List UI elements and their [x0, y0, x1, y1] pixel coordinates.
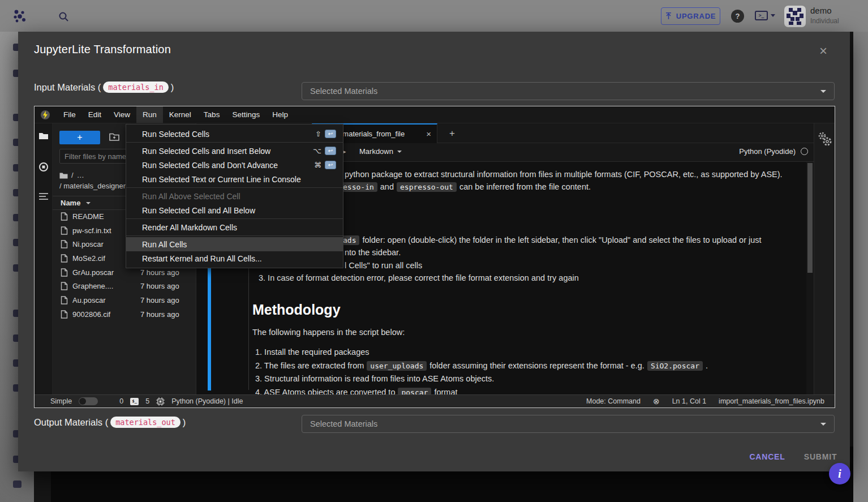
- jupyter-right-tabstrip: [814, 123, 835, 394]
- menu-run[interactable]: Run: [136, 106, 163, 123]
- menu-item-run-selected-cells[interactable]: Run Selected Cells ⇧↩: [126, 127, 343, 141]
- cursor-position[interactable]: Ln 1, Col 1: [672, 397, 706, 405]
- file-row[interactable]: Graphene.... 7 hours ago: [53, 279, 196, 293]
- markdown-paragraph: The following happens in the script belo…: [252, 328, 405, 337]
- breadcrumb[interactable]: / …: [59, 171, 84, 179]
- menu-kernel[interactable]: Kernel: [163, 106, 197, 123]
- shift-key-glyph: ⇧: [315, 130, 321, 138]
- simple-mode-label: Simple: [50, 397, 72, 405]
- output-materials-select[interactable]: Selected Materials: [302, 415, 835, 433]
- file-icon: [61, 226, 68, 235]
- enter-key-icon: ↩: [325, 147, 336, 155]
- run-menu: Run Selected Cells ⇧↩ Run Selected Cells…: [126, 124, 343, 268]
- kernels-count: 5: [145, 397, 149, 405]
- running-sessions-icon[interactable]: [38, 162, 49, 172]
- menu-file[interactable]: File: [57, 106, 82, 123]
- jupyter-left-tabstrip: [35, 123, 53, 394]
- chevron-down-icon: [397, 151, 402, 153]
- menu-item-restart-and-run-all[interactable]: Restart Kernel and Run All Cells...: [126, 251, 343, 265]
- upgrade-label: UPGRADE: [676, 12, 716, 20]
- file-icon: [61, 212, 68, 221]
- output-materials-label: Output Materials (materials_out): [34, 417, 186, 428]
- scrollbar-thumb[interactable]: [807, 163, 813, 273]
- chevron-down-icon: [820, 90, 826, 93]
- close-icon[interactable]: ×: [819, 44, 827, 58]
- new-folder-icon[interactable]: [109, 132, 119, 141]
- close-tab-icon[interactable]: ×: [426, 129, 431, 139]
- markdown-list-item: adsfolder: open (double-click) the folde…: [337, 235, 762, 244]
- menu-item-run-cell-and-below[interactable]: Run Selected Cell and All Below: [126, 203, 343, 217]
- menu-edit[interactable]: Edit: [82, 106, 108, 123]
- dialog-title: JupyterLite Transformation: [34, 43, 171, 56]
- markdown-list-item: 4. ASE Atoms objects are converted topos…: [255, 388, 458, 394]
- menu-view[interactable]: View: [108, 106, 136, 123]
- new-launcher-button[interactable]: +: [59, 131, 100, 144]
- file-icon: [61, 282, 68, 290]
- markdown-list-item: 3. In case of format detection error, pl…: [259, 273, 579, 282]
- app-logo[interactable]: [12, 8, 27, 23]
- command-key-glyph: ⌘: [314, 161, 321, 169]
- file-row[interactable]: 9002806.cif 7 hours ago: [53, 307, 196, 321]
- menu-settings[interactable]: Settings: [226, 106, 266, 123]
- user-name: demo: [810, 6, 832, 15]
- kernel-sessions-icon[interactable]: [156, 397, 165, 406]
- file-icon: [61, 254, 68, 263]
- trust-indicator-icon: ⊗: [653, 397, 660, 406]
- menu-item-run-and-insert-below[interactable]: Run Selected Cells and Insert Below ⌥↩: [126, 144, 343, 158]
- menu-help[interactable]: Help: [266, 106, 294, 123]
- file-icon: [61, 310, 68, 319]
- menu-divider: [126, 235, 343, 236]
- cancel-button[interactable]: CANCEL: [747, 448, 788, 465]
- app-right-panel-edge: [853, 32, 868, 502]
- menu-item-run-text-in-console[interactable]: Run Selected Text or Current Line in Con…: [126, 172, 343, 186]
- jupyter-statusbar: Simple 0 $_ 5 Python (Pyodide) | Idle Mo…: [35, 394, 835, 407]
- console-menu-button[interactable]: >_: [755, 11, 775, 20]
- property-inspector-gears-icon[interactable]: [818, 131, 832, 147]
- terminal-sessions-icon[interactable]: $_: [130, 398, 139, 405]
- input-materials-select[interactable]: Selected Materials: [302, 82, 835, 100]
- help-icon[interactable]: ?: [731, 10, 744, 23]
- output-materials-select-value: Selected Materials: [310, 419, 377, 428]
- enter-key-icon: ↩: [325, 130, 336, 138]
- kernel-status-text[interactable]: Python (Pyodide) | Idle: [171, 397, 243, 405]
- upgrade-button[interactable]: UPGRADE: [661, 7, 720, 25]
- upload-icon: [665, 12, 672, 20]
- file-icon: [61, 268, 68, 277]
- markdown-paragraph: python package to extract structural inf…: [345, 170, 783, 179]
- file-icon: [61, 240, 68, 248]
- cell-type-select[interactable]: Markdown: [359, 147, 402, 156]
- file-row[interactable]: Au.poscar 7 hours ago: [53, 293, 196, 307]
- markdown-paragraph: esso-inandespresso-outcan be inferred fr…: [337, 182, 591, 191]
- home-folder-icon: [59, 172, 68, 179]
- sort-caret-icon: [86, 202, 91, 204]
- menu-tabs[interactable]: Tabs: [197, 106, 226, 123]
- menu-item-run-dont-advance[interactable]: Run Selected Cells and Don't Advance ⌘↩: [126, 158, 343, 172]
- jupyter-menubar: File Edit View Run Kernel Tabs Settings …: [35, 106, 835, 123]
- menu-item-run-all-cells[interactable]: Run All Cells: [126, 237, 343, 251]
- info-button[interactable]: i: [829, 463, 850, 484]
- table-of-contents-icon[interactable]: [38, 192, 49, 200]
- search-icon[interactable]: [58, 11, 69, 22]
- new-tab-button[interactable]: +: [445, 127, 459, 140]
- notebook-scrollbar[interactable]: [806, 162, 814, 394]
- avatar[interactable]: [784, 6, 806, 27]
- kernel-status-icon: [801, 148, 808, 155]
- statusbar-filename: import_materials_from_files.ipynb: [719, 397, 824, 405]
- simple-mode-toggle[interactable]: [79, 397, 98, 405]
- info-icon: i: [838, 467, 841, 481]
- chevron-down-icon: [820, 423, 826, 426]
- jupyterlite-logo: [40, 110, 50, 120]
- menu-divider: [126, 187, 343, 188]
- terminal-icon: >_: [755, 11, 768, 20]
- markdown-list-item: 1. Install the required packages: [255, 347, 369, 357]
- menu-item-render-all-markdown[interactable]: Render All Markdown Cells: [126, 220, 343, 234]
- chevron-down-icon: [771, 14, 775, 17]
- input-materials-select-value: Selected Materials: [310, 87, 377, 96]
- jupyterlite-transformation-dialog: JupyterLite Transformation × Input Mater…: [18, 32, 850, 471]
- kernel-indicator[interactable]: Python (Pyodide): [739, 147, 808, 156]
- app-topbar: UPGRADE ? >_ demo Individual: [0, 0, 868, 32]
- enter-key-icon: ↩: [325, 161, 336, 169]
- materials-in-pill: materials_in: [103, 81, 169, 93]
- sidebar-icon[interactable]: [13, 480, 22, 488]
- file-browser-tab-icon[interactable]: [38, 131, 49, 140]
